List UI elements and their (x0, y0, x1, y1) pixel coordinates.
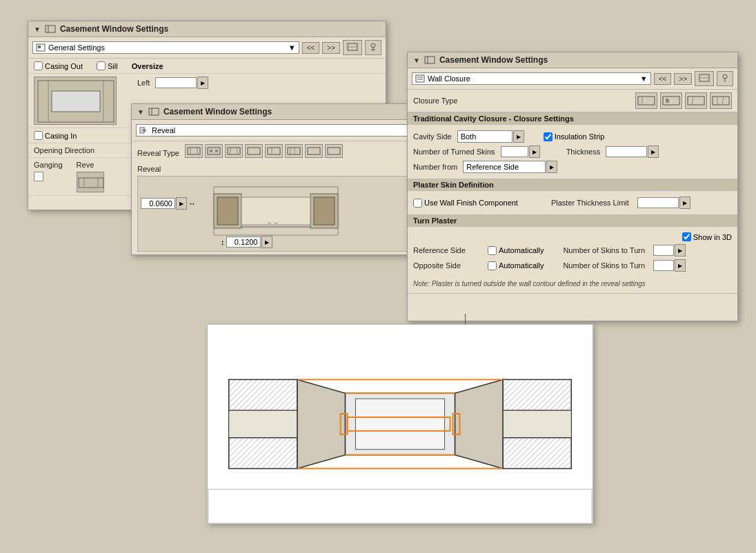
ganging-checkbox1[interactable] (34, 172, 43, 181)
reveal-measurement2: ▶ ↔ (141, 197, 196, 210)
oversize-section: Oversize (132, 62, 163, 70)
reveal-type-icon5[interactable] (265, 144, 283, 158)
general-nav-prev[interactable]: << (302, 42, 320, 54)
svg-point-6 (371, 43, 375, 48)
reveal-type-icon7[interactable] (305, 144, 323, 158)
reveal-val2-input[interactable] (141, 198, 175, 209)
wall-closure-anchor-icon (720, 73, 730, 83)
show-3d-label[interactable]: Show in 3D (682, 232, 732, 241)
opp-skins-label: Number of Skins to Turn (563, 261, 645, 270)
closure-icon1[interactable] (635, 92, 657, 109)
panel-wall-closure: ▼ Casement Window Settings Wall Closure … (407, 52, 738, 321)
wall-closure-nav-next[interactable]: >> (674, 73, 692, 85)
wall-closure-dropdown-arrow: ▼ (640, 74, 648, 83)
reveal-val3-input[interactable] (226, 237, 261, 248)
reveal-type-icon1[interactable] (185, 144, 203, 158)
closure-icon4[interactable] (710, 92, 732, 109)
opp-auto-label[interactable]: Automatically (488, 261, 544, 270)
cavity-side-btn[interactable]: ▶ (513, 130, 524, 143)
num-turned-skins-input[interactable]: 1 (501, 146, 528, 157)
reveal-type-icon8[interactable] (325, 144, 343, 158)
reveal-dropdown[interactable]: Reveal ▼ (136, 124, 448, 137)
opp-skins-btn[interactable]: ▶ (675, 259, 686, 272)
ref-skins-btn[interactable]: ▶ (675, 244, 686, 257)
reveal-title-text: Casement Window Settings (163, 107, 272, 117)
wall-closure-icon-btn1[interactable] (695, 71, 714, 86)
svg-rect-40 (308, 148, 320, 154)
general-icon-btn1[interactable] (343, 40, 362, 55)
num-from-dropdown[interactable]: Reference Side (463, 161, 546, 173)
plaster-thickness-btn[interactable]: ▶ (679, 197, 690, 209)
num-from-label: Number from (413, 163, 457, 171)
num-turned-skins-btn[interactable]: ▶ (529, 145, 540, 158)
collapse-arrow-reveal[interactable]: ▼ (137, 108, 144, 116)
num-turned-skins-label: Number of Turned Skins (413, 148, 495, 156)
general-icon-btn2[interactable] (365, 40, 381, 55)
casing-out-checkbox[interactable] (34, 61, 43, 70)
opp-side-row: Opposite Side Automatically Number of Sk… (413, 259, 732, 272)
general-nav-next[interactable]: >> (322, 42, 340, 54)
anchor-icon (368, 42, 378, 52)
reveal-type-label: Reveal Type (137, 149, 179, 157)
insulation-strip-label[interactable]: Insulation Strip (544, 132, 605, 141)
wall-closure-nav-prev[interactable]: << (654, 73, 672, 85)
reveal-type-icon3[interactable] (225, 144, 243, 158)
svg-rect-70 (229, 379, 297, 410)
sill-checkbox[interactable] (97, 61, 106, 70)
sill-label[interactable]: Sill (97, 61, 118, 70)
thickness-btn[interactable]: ▶ (648, 145, 659, 158)
num-from-value: Reference Side (466, 163, 519, 171)
svg-marker-78 (455, 379, 503, 468)
closure-icon2[interactable] (660, 92, 682, 109)
left-field-btn[interactable]: ▶ (197, 77, 208, 89)
opp-side-label: Opposite Side (413, 261, 482, 270)
casing-out-label[interactable]: Casing Out (34, 61, 83, 70)
svg-line-64 (692, 97, 693, 105)
num-turned-skins-row: Number of Turned Skins 1 ▶ Thickness 0.0… (413, 145, 732, 158)
svg-line-66 (717, 97, 718, 105)
svg-rect-28 (208, 148, 220, 154)
reveal-type-icon2[interactable] (205, 144, 223, 158)
show-3d-checkbox[interactable] (682, 232, 691, 241)
section2-title: Plaster Skin Definition (408, 179, 737, 191)
ref-side-row: Reference Side Automatically Number of S… (413, 244, 732, 257)
num-from-btn[interactable]: ▶ (546, 161, 557, 173)
opp-skins-input[interactable]: 1 (653, 260, 674, 271)
section2-content: Use Wall Finish Component Plaster Thickn… (408, 194, 737, 214)
ref-skins-input[interactable]: 1 (653, 245, 674, 256)
reveal-type-icon4[interactable] (245, 144, 263, 158)
left-field-input[interactable]: 0.000 (155, 77, 197, 88)
svg-rect-29 (210, 150, 212, 152)
collapse-arrow-wall-closure[interactable]: ▼ (413, 57, 420, 64)
reveal-partial: Reve (77, 161, 104, 192)
closure-icon3[interactable] (685, 92, 707, 109)
svg-text:←→: ←→ (267, 220, 278, 226)
general-dropdown[interactable]: General Settings ▼ (32, 41, 299, 54)
num-from-row: Number from Reference Side ▶ (413, 161, 732, 173)
cavity-side-dropdown[interactable]: Both (457, 130, 513, 143)
ref-auto-label[interactable]: Automatically (488, 246, 544, 255)
reveal-val3-btn[interactable]: ▶ (261, 236, 272, 248)
reveal-type-icon6[interactable] (285, 144, 303, 158)
closure-type-row: Closure Type (408, 90, 737, 112)
wall-closure-footer (408, 293, 737, 321)
insulation-strip-checkbox[interactable] (544, 132, 553, 141)
plaster-thickness-input[interactable]: 0.0400 (637, 197, 679, 208)
svg-rect-44 (217, 197, 238, 225)
use-wall-finish-checkbox[interactable] (413, 199, 422, 208)
reveal-val2-btn[interactable]: ▶ (176, 197, 187, 210)
wall-closure-icon-btn2[interactable] (717, 71, 733, 86)
opening-direction-label: Opening Direction (34, 146, 94, 154)
casing-in-checkbox[interactable] (34, 131, 43, 140)
wall-closure-dropdown[interactable]: Wall Closure ▼ (412, 72, 651, 85)
svg-rect-65 (713, 97, 729, 105)
use-wall-finish-label[interactable]: Use Wall Finish Component (413, 199, 518, 208)
general-dropdown-label: General Settings (48, 43, 105, 52)
collapse-arrow-general[interactable]: ▼ (34, 26, 41, 33)
svg-rect-18 (140, 128, 144, 133)
opp-auto-checkbox[interactable] (488, 261, 497, 270)
settings-icon (45, 24, 56, 34)
ref-auto-checkbox[interactable] (488, 246, 497, 255)
section3-content: Show in 3D Reference Side Automatically … (408, 230, 737, 277)
thickness-input[interactable]: 0.0250 (606, 146, 647, 157)
